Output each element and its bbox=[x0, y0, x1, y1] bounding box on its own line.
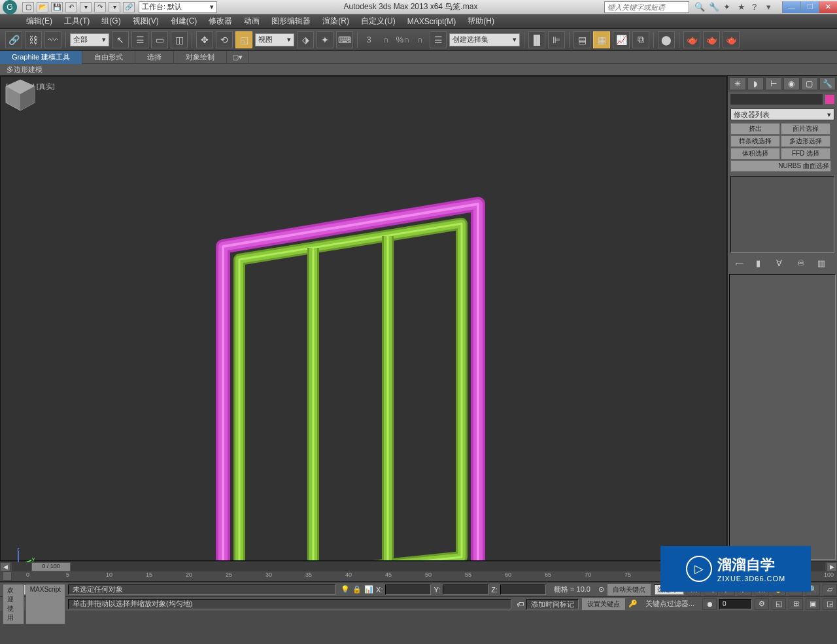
new-icon[interactable]: ▢ bbox=[22, 2, 34, 12]
menu-edit[interactable]: 编辑(E) bbox=[26, 16, 52, 27]
time-slider-handle[interactable]: 0 / 100 bbox=[31, 562, 71, 571]
redo-icon[interactable]: ↷ bbox=[94, 2, 106, 12]
menu-maxscript[interactable]: MAXScript(M) bbox=[407, 17, 456, 26]
curve-editor-icon[interactable]: 📈 bbox=[613, 31, 630, 48]
utilities-tab-icon[interactable]: 🔧 bbox=[819, 77, 836, 90]
fov-icon[interactable]: ▱ bbox=[823, 584, 837, 596]
keyboard-shortcut-icon[interactable]: ⌨ bbox=[336, 31, 353, 48]
next-frame-icon[interactable]: ▶ bbox=[827, 562, 837, 571]
maximize-button[interactable]: ☐ bbox=[800, 1, 819, 13]
time-tag-icon[interactable]: 🏷 bbox=[517, 600, 524, 608]
zoom-extents-icon[interactable]: ◱ bbox=[772, 598, 786, 610]
undo-icon[interactable]: ↶ bbox=[65, 2, 77, 12]
rotate-icon[interactable]: ⟲ bbox=[216, 31, 233, 48]
menu-customize[interactable]: 自定义(U) bbox=[361, 16, 396, 27]
ribbon-expand-icon[interactable]: ▢▾ bbox=[227, 51, 248, 64]
spinner-snap-icon[interactable]: ∩ bbox=[413, 33, 427, 47]
menu-view[interactable]: 视图(V) bbox=[133, 16, 159, 27]
unlink-tool-icon[interactable]: ⛓ bbox=[25, 31, 42, 48]
viewcube-icon[interactable] bbox=[1, 76, 40, 116]
modifier-stack[interactable] bbox=[730, 176, 834, 253]
setkey-button[interactable]: 设置关键点 bbox=[581, 598, 626, 611]
minimize-button[interactable]: — bbox=[782, 1, 800, 13]
save-icon[interactable]: 💾 bbox=[51, 2, 63, 12]
configure-sets-icon[interactable]: ▥ bbox=[817, 258, 829, 270]
hierarchy-tab-icon[interactable]: ⊢ bbox=[765, 77, 782, 90]
autokey-button[interactable]: 自动关键点 bbox=[607, 583, 651, 596]
show-end-result-icon[interactable]: ▮ bbox=[756, 258, 768, 270]
isolate-icon[interactable]: ⊙ bbox=[598, 585, 604, 594]
mirror-icon[interactable]: ▐▌ bbox=[528, 31, 545, 48]
key-mode-icon[interactable]: ⏺ bbox=[702, 598, 717, 610]
workspace-selector[interactable]: 工作台: 默认▾ bbox=[139, 1, 217, 13]
align-icon[interactable]: ⊫ bbox=[548, 31, 565, 48]
layers-icon[interactable]: ▤ bbox=[573, 31, 590, 48]
make-unique-icon[interactable]: ∀ bbox=[776, 258, 788, 270]
close-button[interactable]: ✕ bbox=[819, 1, 837, 13]
menu-animation[interactable]: 动画 bbox=[244, 16, 260, 27]
nav-icon[interactable]: ◲ bbox=[823, 598, 837, 610]
keyfilter-icon[interactable]: 🔑 bbox=[628, 600, 638, 608]
zoom-all-icon[interactable]: ⊞ bbox=[789, 598, 803, 610]
x-coord-input[interactable] bbox=[385, 585, 431, 595]
pivot-icon[interactable]: ⬗ bbox=[297, 31, 314, 48]
open-icon[interactable]: 📂 bbox=[37, 2, 48, 12]
rollout-area[interactable] bbox=[729, 274, 836, 560]
help-dropdown-icon[interactable]: ▾ bbox=[766, 2, 777, 12]
edit-named-sel-icon[interactable]: ☰ bbox=[430, 31, 447, 48]
btn-spline-select[interactable]: 样条线选择 bbox=[730, 135, 780, 147]
ribbon-poly-label[interactable]: 多边形建模 bbox=[7, 65, 43, 75]
menu-tools[interactable]: 工具(T) bbox=[64, 16, 90, 27]
selection-filter[interactable]: 全部▾ bbox=[70, 33, 109, 46]
menu-render[interactable]: 渲染(R) bbox=[322, 16, 349, 27]
modify-tab-icon[interactable]: ◗ bbox=[747, 77, 764, 90]
menu-graph[interactable]: 图形编辑器 bbox=[271, 16, 311, 27]
app-logo-icon[interactable]: G bbox=[3, 0, 17, 14]
move-icon[interactable]: ✥ bbox=[196, 31, 213, 48]
tab-selection[interactable]: 选择 bbox=[135, 51, 174, 64]
prev-frame-icon[interactable]: ◀ bbox=[0, 562, 10, 571]
adaptive-icon[interactable]: 📊 bbox=[364, 585, 373, 594]
object-name-field[interactable] bbox=[730, 94, 823, 105]
search-input[interactable] bbox=[604, 1, 689, 13]
max-viewport-icon[interactable]: ▣ bbox=[806, 598, 820, 610]
btn-ffd-select[interactable]: FFD 选择 bbox=[781, 148, 830, 160]
undo-dropdown-icon[interactable]: ▾ bbox=[80, 2, 92, 12]
tab-freeform[interactable]: 自由形式 bbox=[82, 51, 135, 64]
manipulate-icon[interactable]: ✦ bbox=[316, 31, 333, 48]
window-crossing-icon[interactable]: ◫ bbox=[171, 31, 188, 48]
angle-snap-icon[interactable]: ∩ bbox=[379, 33, 393, 47]
btn-extrude[interactable]: 挤出 bbox=[730, 123, 780, 135]
layer-explorer-icon[interactable]: ▦ bbox=[593, 31, 610, 48]
key-filters[interactable]: 关键点过滤器... bbox=[640, 599, 700, 609]
favorite-icon[interactable]: ★ bbox=[738, 2, 748, 12]
btn-nurbs-select[interactable]: NURBS 曲面选择 bbox=[730, 160, 831, 172]
exchange-icon[interactable]: ✦ bbox=[723, 2, 734, 12]
select-icon[interactable]: ↖ bbox=[112, 31, 129, 48]
btn-face-select[interactable]: 面片选择 bbox=[781, 123, 830, 135]
schematic-view-icon[interactable]: ⧉ bbox=[632, 31, 649, 48]
btn-poly-select[interactable]: 多边形选择 bbox=[781, 135, 830, 147]
menu-create[interactable]: 创建(C) bbox=[171, 16, 197, 27]
add-time-tag[interactable]: 添加时间标记 bbox=[526, 599, 579, 609]
lock-icon[interactable]: 💡 bbox=[341, 585, 350, 594]
y-coord-input[interactable] bbox=[443, 585, 488, 595]
display-tab-icon[interactable]: ▢ bbox=[801, 77, 818, 90]
z-coord-input[interactable] bbox=[500, 585, 546, 595]
menu-help[interactable]: 帮助(H) bbox=[468, 16, 494, 27]
snap-toggle-icon[interactable]: 3 bbox=[362, 33, 376, 47]
redo-dropdown-icon[interactable]: ▾ bbox=[109, 2, 120, 12]
track-bar-toggle-icon[interactable] bbox=[3, 571, 12, 581]
modifier-list-dropdown[interactable]: 修改器列表▾ bbox=[730, 109, 834, 120]
select-by-name-icon[interactable]: ☰ bbox=[131, 31, 148, 48]
motion-tab-icon[interactable]: ◉ bbox=[783, 77, 800, 90]
render-icon[interactable]: 🫖 bbox=[723, 31, 740, 48]
link-icon[interactable]: 🔗 bbox=[123, 2, 135, 12]
render-setup-icon[interactable]: 🫖 bbox=[683, 31, 700, 48]
named-selection-set[interactable]: 创建选择集▾ bbox=[449, 33, 520, 46]
remove-modifier-icon[interactable]: ♾ bbox=[797, 258, 809, 270]
create-tab-icon[interactable]: ✳ bbox=[729, 77, 746, 90]
welcome-tab[interactable]: 欢迎使用 bbox=[3, 584, 24, 624]
tab-graphite[interactable]: Graphite 建模工具 bbox=[0, 51, 82, 64]
menu-modifiers[interactable]: 修改器 bbox=[209, 16, 232, 27]
